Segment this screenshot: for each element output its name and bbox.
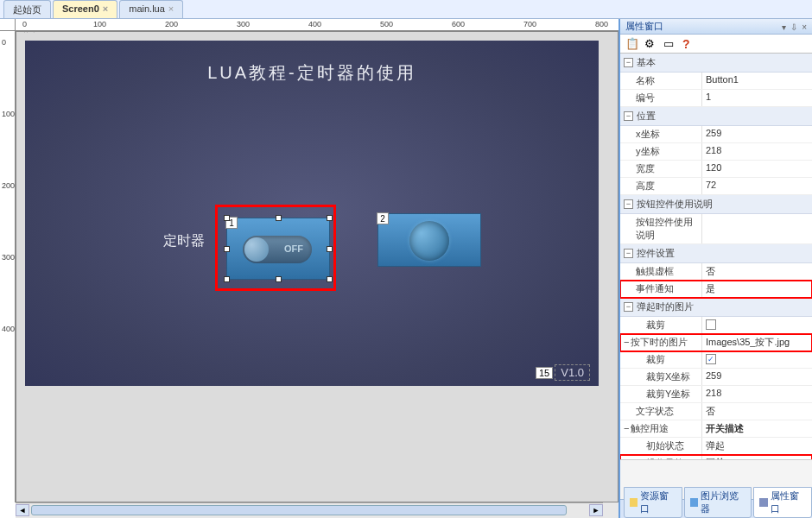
resize-handle[interactable] xyxy=(224,246,230,252)
scrollbar-corner xyxy=(603,502,619,518)
screen-title: LUA教程-定时器的使用 xyxy=(25,61,599,85)
canvas-area: 0 100 200 300 400 500 600 700 800 0 100 … xyxy=(0,19,619,518)
screen-id-label: 画面ID:0 xyxy=(16,31,53,35)
collapse-icon[interactable]: − xyxy=(624,302,633,312)
toggle-switch[interactable]: OFF xyxy=(243,236,312,263)
resize-handle[interactable] xyxy=(224,276,230,282)
prop-crop-x[interactable]: 裁剪X坐标259 xyxy=(620,369,812,386)
tab-resource-window[interactable]: 资源窗口 xyxy=(624,487,682,518)
resize-handle[interactable] xyxy=(327,215,333,221)
prop-op-style[interactable]: 操作风格开关 xyxy=(620,455,812,459)
resize-handle[interactable] xyxy=(327,246,333,252)
panel-title: 属性窗口 xyxy=(625,20,663,33)
scroll-right-icon[interactable]: ► xyxy=(589,504,603,516)
panel-header: 属性窗口 ▾ ⇩ × xyxy=(620,19,812,35)
button1[interactable]: 1 OFF xyxy=(226,218,330,280)
tab-image-browser[interactable]: 图片浏览器 xyxy=(684,487,752,518)
close-icon[interactable]: × xyxy=(168,3,174,14)
version-id-badge: 15 xyxy=(536,367,553,379)
ruler-vertical: 0 100 200 300 400 xyxy=(0,31,16,502)
prop-name[interactable]: 名称Button1 xyxy=(620,73,812,90)
category-up-image[interactable]: −弹起时的图片 xyxy=(620,298,812,317)
editor-tabs: 起始页 Screen0× main.lua× xyxy=(0,0,812,19)
tab-start[interactable]: 起始页 xyxy=(3,0,51,18)
tab-mainlua[interactable]: main.lua× xyxy=(119,0,183,18)
category-position[interactable]: −位置 xyxy=(620,107,812,126)
version-box: 15 V1.0 xyxy=(536,364,590,381)
resize-handle[interactable] xyxy=(327,276,333,282)
checkbox-checked[interactable]: ✓ xyxy=(706,354,716,364)
tab-property-window[interactable]: 属性窗口 xyxy=(753,487,812,518)
resize-handle[interactable] xyxy=(276,276,282,282)
property-grid[interactable]: −基本 名称Button1 编号1 −位置 x坐标259 y坐标218 宽度12… xyxy=(620,54,812,459)
prop-touch-area[interactable]: 触摸虚框否 xyxy=(620,263,812,281)
design-viewport[interactable]: 画面ID:0 LUA教程-定时器的使用 定时器 1 OFF xyxy=(16,31,619,502)
collapse-icon[interactable]: − xyxy=(624,423,629,433)
close-icon[interactable]: × xyxy=(802,22,807,32)
prop-text-state[interactable]: 文字状态否 xyxy=(620,403,812,420)
property-panel: 属性窗口 ▾ ⇩ × 📋 ⚙ ▭ ? −基本 名称Button1 编号1 −位置… xyxy=(619,19,812,518)
dropdown-icon[interactable]: ▾ xyxy=(782,22,786,32)
panel-toolbar: 📋 ⚙ ▭ ? xyxy=(620,35,812,54)
prop-y[interactable]: y坐标218 xyxy=(620,143,812,161)
checkbox[interactable] xyxy=(706,319,716,330)
prop-height[interactable]: 高度72 xyxy=(620,178,812,195)
tab-screen0[interactable]: Screen0× xyxy=(53,0,117,18)
category-button-usage[interactable]: −按钮控件使用说明 xyxy=(620,195,812,214)
button2-circle-icon xyxy=(409,221,449,261)
scroll-left-icon[interactable]: ◄ xyxy=(16,504,29,516)
collapse-icon[interactable]: − xyxy=(624,111,633,121)
ruler-corner xyxy=(0,19,16,31)
resize-handle[interactable] xyxy=(224,215,230,221)
scrollbar-thumb[interactable] xyxy=(31,505,567,515)
collapse-icon[interactable]: − xyxy=(624,249,633,258)
close-icon[interactable]: × xyxy=(103,3,108,14)
control-id-badge: 2 xyxy=(377,212,389,224)
window-icon xyxy=(630,498,638,507)
collapse-icon[interactable]: − xyxy=(624,199,633,209)
collapse-icon[interactable]: − xyxy=(624,337,629,347)
horizontal-scrollbar[interactable]: ◄ ► xyxy=(16,502,603,518)
prop-init-state[interactable]: 初始状态弹起 xyxy=(620,438,812,455)
toggle-knob xyxy=(244,237,269,262)
prop-width[interactable]: 宽度120 xyxy=(620,161,812,178)
prop-id[interactable]: 编号1 xyxy=(620,90,812,107)
toggle-text: OFF xyxy=(284,243,303,254)
bottom-tab-bar: 资源窗口 图片浏览器 属性窗口 xyxy=(620,499,812,518)
categorize-icon[interactable]: 📋 xyxy=(625,37,639,51)
version-text: V1.0 xyxy=(555,364,590,381)
button2[interactable]: 2 xyxy=(377,213,481,267)
collapse-icon[interactable]: − xyxy=(624,58,633,67)
prop-btn-usage[interactable]: 按钮控件使用说明 xyxy=(620,214,812,244)
category-basic[interactable]: −基本 xyxy=(620,54,812,73)
button1-selection[interactable]: 1 OFF xyxy=(215,205,336,291)
resize-handle[interactable] xyxy=(276,215,282,221)
pin-icon[interactable]: ⇩ xyxy=(790,22,797,32)
prop-down-image[interactable]: −按下时的图片Images\35_按下.jpg xyxy=(620,334,812,351)
sort-icon[interactable]: ⚙ xyxy=(644,37,658,51)
page-icon[interactable]: ▭ xyxy=(663,37,677,51)
prop-crop-up[interactable]: 裁剪 xyxy=(620,317,812,334)
prop-touch-use[interactable]: −触控用途开关描述 xyxy=(620,420,812,438)
image-icon xyxy=(690,498,698,507)
help-icon[interactable]: ? xyxy=(682,37,690,51)
screen-canvas[interactable]: LUA教程-定时器的使用 定时器 1 OFF xyxy=(25,41,599,386)
prop-event-notify[interactable]: 事件通知是 xyxy=(620,281,812,298)
prop-x[interactable]: x坐标259 xyxy=(620,126,812,143)
prop-crop-down[interactable]: 裁剪✓ xyxy=(620,351,812,369)
ruler-horizontal: 0 100 200 300 400 500 600 700 800 xyxy=(16,19,619,31)
timer-label: 定时器 xyxy=(163,232,205,250)
prop-crop-y[interactable]: 裁剪Y坐标218 xyxy=(620,386,812,403)
property-icon xyxy=(759,498,767,507)
category-control-settings[interactable]: −控件设置 xyxy=(620,244,812,263)
